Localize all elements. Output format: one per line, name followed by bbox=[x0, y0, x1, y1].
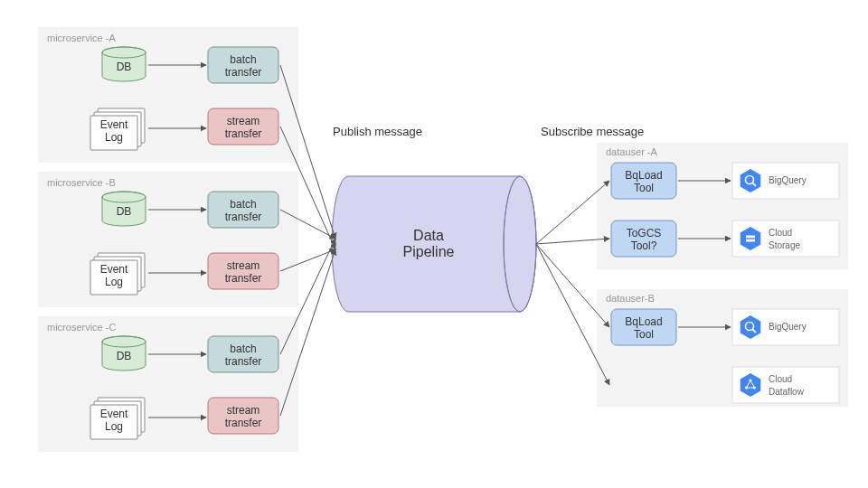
group-title: datauser -A bbox=[606, 146, 658, 157]
gcp-service-label: BigQuery bbox=[769, 175, 807, 185]
batch-transfer-label: batchtransfer bbox=[225, 343, 262, 368]
publish-message-label: Publish message bbox=[333, 125, 422, 138]
group-title: microservice -B bbox=[47, 177, 116, 188]
stream-transfer-label: streamtransfer bbox=[225, 404, 262, 429]
pipeline-label-2: Pipeline bbox=[403, 244, 455, 259]
svg-point-6 bbox=[102, 192, 146, 202]
batch-transfer-label: batchtransfer bbox=[225, 53, 262, 79]
data-pipeline: DataPipeline bbox=[332, 176, 536, 312]
db-label: DB bbox=[117, 205, 132, 218]
db-label: DB bbox=[117, 350, 132, 362]
group-title: datauser-B bbox=[606, 293, 655, 304]
stream-transfer-label: streamtransfer bbox=[225, 259, 262, 285]
gcp-service-label: BigQuery bbox=[769, 322, 807, 332]
svg-rect-22 bbox=[746, 239, 755, 242]
group-title: microservice -C bbox=[47, 322, 116, 333]
tool-label: ToGCSTool? bbox=[627, 227, 662, 252]
stream-transfer-label: streamtransfer bbox=[225, 115, 262, 140]
svg-point-11 bbox=[102, 336, 146, 347]
group-title: microservice -A bbox=[47, 33, 116, 43]
datauser-group: datauser -ABqLoadToolToGCSTool?BigQueryC… bbox=[597, 143, 848, 269]
batch-transfer-label: batchtransfer bbox=[225, 198, 262, 223]
pipeline-label-1: Data bbox=[413, 228, 444, 243]
svg-point-1 bbox=[102, 47, 146, 58]
subscribe-message-label: Subscribe message bbox=[541, 125, 644, 138]
microservice-group: microservice -ADBEventLogbatchtransferst… bbox=[38, 27, 298, 163]
microservice-group: microservice -CDBEventLogbatchtransferst… bbox=[38, 316, 298, 452]
microservice-group: microservice -BDBEventLogbatchtransferst… bbox=[38, 172, 298, 307]
datauser-group: datauser-BBqLoadToolBigQueryCloudDataflo… bbox=[597, 289, 848, 407]
svg-rect-21 bbox=[746, 236, 755, 239]
db-label: DB bbox=[117, 61, 132, 73]
